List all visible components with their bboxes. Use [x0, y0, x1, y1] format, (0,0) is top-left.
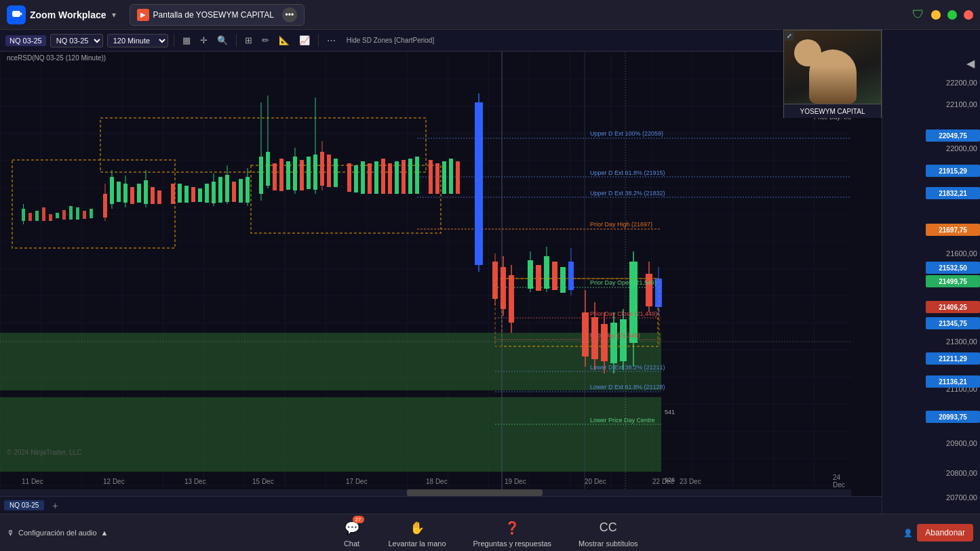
svg-rect-85	[401, 160, 406, 194]
scrollbar-thumb[interactable]	[407, 489, 543, 496]
zoom-icon	[7, 5, 26, 24]
expand-video-button[interactable]: ⤢	[785, 31, 794, 41]
chart-tab[interactable]: NQ 03-25	[5, 35, 46, 46]
video-panel: ⤢ YOSEWYM CAPITAL	[783, 30, 882, 118]
price-badge-21832[interactable]: 21832,21	[926, 187, 980, 199]
grid-icon[interactable]: ⊞	[242, 34, 255, 47]
svg-rect-106	[552, 262, 557, 290]
subtitles-button[interactable]: CC Mostrar subtítulos	[579, 518, 638, 548]
qa-button[interactable]: ❓ Preguntas y respuestas	[473, 518, 552, 548]
abandon-button[interactable]: Abandonar	[917, 524, 973, 542]
crosshair-icon[interactable]: ✛	[197, 34, 210, 47]
chevron-icon[interactable]: ▾	[112, 10, 116, 20]
time-label: 20 Dec	[585, 478, 606, 485]
raise-hand-icon: ✋	[408, 518, 427, 537]
svg-rect-103	[536, 265, 541, 291]
chart-canvas: Upper D Ext 100% (22059) Upper D Ext 61.…	[0, 52, 851, 526]
time-label: 19 Dec	[505, 478, 526, 485]
minimize-button[interactable]	[931, 10, 941, 20]
svg-text:541: 541	[665, 409, 675, 415]
back-arrow-button[interactable]: ◀	[966, 57, 975, 70]
video-label: YOSEWYM CAPITAL	[783, 104, 882, 118]
close-button[interactable]	[964, 10, 973, 20]
svg-rect-43	[151, 187, 155, 204]
watermark: © 2024 NinjaTrader, LLC	[7, 449, 81, 456]
svg-rect-36	[117, 182, 121, 202]
measure-icon[interactable]: 📐	[276, 34, 292, 47]
svg-rect-79	[361, 161, 365, 194]
svg-text:Lower Price Day Centre: Lower Price Day Centre	[590, 417, 655, 424]
svg-rect-45	[171, 184, 175, 204]
price-badge-20993[interactable]: 20993,75	[926, 411, 980, 423]
timeframe-select[interactable]: 120 Minute	[107, 34, 168, 47]
more-options-button[interactable]: •••	[282, 7, 297, 22]
price-22100: 22100,00	[882, 98, 980, 111]
hide-zones-button[interactable]: Hide SD Zones [ChartPeriod]	[342, 35, 439, 45]
svg-rect-84	[395, 161, 399, 194]
price-badge-21136[interactable]: 21136,21	[926, 375, 980, 388]
svg-text:Upper D Ext 38.2% (21832): Upper D Ext 38.2% (21832)	[590, 190, 665, 197]
svg-rect-27	[62, 210, 66, 220]
svg-text:Lower D Ext 38.2% (21211): Lower D Ext 38.2% (21211)	[590, 364, 665, 371]
svg-rect-23	[35, 211, 39, 221]
time-label: 17 Dec	[346, 478, 368, 485]
svg-text:Upper D Ext 100% (22059): Upper D Ext 100% (22059)	[590, 130, 663, 137]
price-badge-21915[interactable]: 21915,29	[926, 165, 980, 177]
indicator-label: nceRSD(NQ 03-25 (120 Minute))	[7, 54, 106, 62]
svg-rect-69	[300, 160, 304, 190]
video-frame: ⤢	[783, 30, 882, 104]
price-badge-21499[interactable]: 21499,75	[926, 275, 980, 287]
svg-rect-70	[307, 157, 311, 189]
svg-rect-82	[381, 159, 385, 194]
add-tab-button[interactable]: +	[47, 499, 63, 512]
price-21300: 21300,00	[882, 335, 980, 348]
subtitles-icon: CC	[599, 518, 618, 537]
price-badge-22049[interactable]: 22049,75	[926, 129, 980, 142]
audio-label: Configuración del audio	[18, 529, 97, 537]
zoom-title: Zoom Workplace	[30, 9, 106, 20]
svg-rect-56	[232, 182, 236, 202]
svg-rect-40	[137, 184, 141, 203]
maximize-button[interactable]	[947, 10, 957, 20]
draw-icon[interactable]: ✏	[259, 34, 272, 47]
more-tools-icon[interactable]: ⋯	[324, 34, 338, 47]
person-silhouette	[809, 49, 857, 104]
svg-rect-26	[56, 213, 59, 218]
svg-rect-39	[130, 187, 134, 204]
chart-scrollbar[interactable]	[0, 489, 851, 496]
abandon-section: 👤 Abandonar	[903, 524, 973, 542]
price-badge-21211[interactable]: 21211,29	[926, 352, 980, 365]
price-22000: 22000,00	[882, 142, 980, 155]
price-badge-21697[interactable]: 21697,75	[926, 224, 980, 236]
svg-rect-89	[435, 163, 439, 194]
price-badge-21345[interactable]: 21345,75	[926, 317, 980, 329]
svg-rect-92	[456, 161, 460, 194]
chat-badge: 27	[353, 516, 364, 523]
svg-rect-29	[76, 207, 79, 220]
qa-label: Preguntas y respuestas	[473, 539, 552, 548]
price-22200: 22200,00	[882, 76, 980, 89]
bar-chart-icon[interactable]: ▦	[180, 34, 193, 47]
symbol-select[interactable]: NQ 03-25	[50, 34, 103, 47]
raise-hand-button[interactable]: ✋ Levantar la mano	[389, 518, 446, 548]
trend-icon[interactable]: 📈	[296, 34, 313, 47]
user-icon: 👤	[903, 529, 913, 537]
subtitles-label: Mostrar subtítulos	[579, 539, 638, 548]
screen-share-button[interactable]: ▶ Pantalla de YOSEWYM CAPITAL •••	[130, 4, 305, 26]
price-20700: 20700,00	[882, 491, 980, 504]
shield-icon: 🛡	[912, 7, 924, 22]
price-badge-21532[interactable]: 21532,50	[926, 262, 980, 274]
svg-text:Prior Day Open (21,549): Prior Day Open (21,549)	[590, 279, 656, 286]
audio-chevron-icon[interactable]: ▲	[101, 529, 109, 537]
time-label: 18 Dec	[426, 478, 448, 485]
svg-rect-76	[334, 159, 338, 187]
svg-text:Prior Day (21,340): Prior Day (21,340)	[590, 332, 640, 339]
top-bar: Zoom Workplace ▾ ▶ Pantalla de YOSEWYM C…	[0, 0, 980, 30]
magnify-icon[interactable]: 🔍	[214, 34, 231, 47]
audio-settings[interactable]: 🎙 Configuración del audio ▲	[7, 529, 108, 537]
chat-button[interactable]: 💬 27 Chat	[342, 518, 361, 548]
chat-icon: 💬 27	[342, 518, 361, 537]
price-badge-21406[interactable]: 21406,25	[926, 301, 980, 313]
svg-rect-7	[0, 397, 661, 472]
nq-tab[interactable]: NQ 03-25	[4, 500, 44, 510]
